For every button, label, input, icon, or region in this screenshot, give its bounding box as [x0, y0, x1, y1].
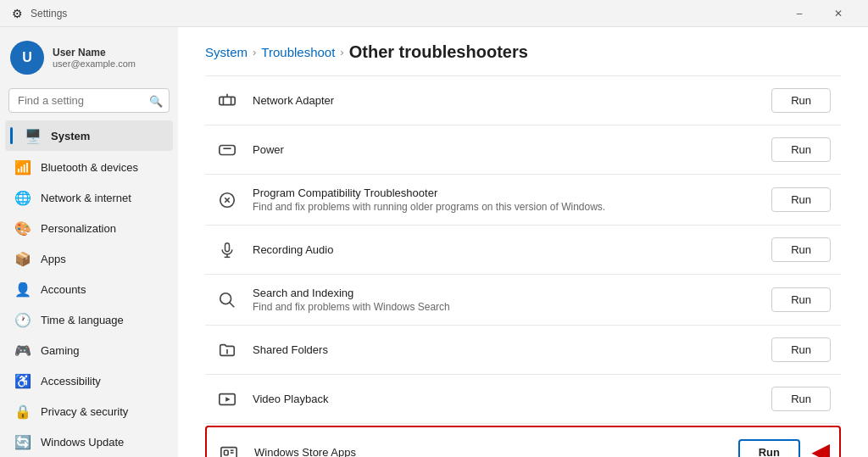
- search-input[interactable]: [8, 88, 170, 113]
- sidebar-item-gaming[interactable]: 🎮 Gaming: [5, 336, 173, 365]
- power-icon: [215, 138, 239, 162]
- power-run-button[interactable]: Run: [771, 137, 831, 162]
- sidebar-item-label: Windows Update: [41, 436, 124, 449]
- search-indexing-run-button[interactable]: Run: [771, 287, 831, 312]
- search-indexing-title: Search and Indexing: [253, 287, 758, 299]
- sidebar-item-time[interactable]: 🕐 Time & language: [5, 305, 173, 334]
- sidebar-item-label: Privacy & security: [41, 405, 128, 418]
- bluetooth-icon: 📶: [15, 159, 31, 175]
- program-compat-run-button[interactable]: Run: [771, 187, 831, 212]
- sidebar-item-bluetooth[interactable]: 📶 Bluetooth & devices: [5, 153, 173, 181]
- windows-store-apps-run-button[interactable]: Run: [738, 439, 800, 457]
- network-adapter-run-button[interactable]: Run: [771, 88, 831, 113]
- breadcrumb-troubleshoot[interactable]: Troubleshoot: [261, 45, 335, 59]
- troubleshooter-network-adapter: Network Adapter Run: [205, 75, 841, 125]
- sidebar-item-label: Gaming: [41, 344, 80, 357]
- power-text: Power: [253, 143, 758, 156]
- power-title: Power: [253, 143, 758, 156]
- breadcrumb-system[interactable]: System: [205, 45, 248, 59]
- shared-folders-text: Shared Folders: [253, 343, 758, 356]
- sidebar: U User Name user@example.com 🔍 🖥️ System…: [0, 27, 178, 457]
- windows-store-apps-title: Windows Store Apps: [254, 446, 725, 457]
- sidebar-item-apps[interactable]: 📦 Apps: [5, 244, 173, 273]
- svg-marker-14: [225, 397, 231, 402]
- video-playback-run-button[interactable]: Run: [771, 387, 831, 411]
- main-content: System › Troubleshoot › Other troublesho…: [178, 27, 868, 457]
- sidebar-item-label: Apps: [41, 253, 66, 265]
- breadcrumb-current: Other troubleshooters: [349, 42, 528, 62]
- window-controls: – ✕: [780, 0, 858, 27]
- troubleshooter-power: Power Run: [205, 125, 841, 175]
- search-indexing-text: Search and Indexing Find and fix problem…: [253, 287, 758, 313]
- titlebar-title: Settings: [31, 8, 67, 20]
- sidebar-item-personalization[interactable]: 🎨 Personalization: [5, 214, 173, 242]
- sidebar-item-label: Bluetooth & devices: [41, 161, 138, 174]
- gaming-icon: 🎮: [15, 343, 31, 358]
- time-icon: 🕐: [15, 312, 31, 327]
- profile-name: User Name: [53, 47, 136, 59]
- recording-audio-run-button[interactable]: Run: [771, 237, 831, 262]
- windows-store-apps-text: Windows Store Apps: [254, 446, 725, 457]
- red-arrow: ◀: [812, 439, 829, 457]
- video-playback-text: Video Playback: [253, 393, 758, 405]
- shared-folders-run-button[interactable]: Run: [771, 337, 831, 362]
- arrow-container: Run ◀: [738, 439, 829, 457]
- update-icon: 🔄: [15, 434, 31, 449]
- profile-section: U User Name user@example.com: [0, 34, 178, 85]
- breadcrumb-sep-1: ›: [253, 46, 256, 59]
- close-button[interactable]: ✕: [819, 0, 858, 27]
- network-adapter-text: Network Adapter: [253, 94, 758, 107]
- troubleshooter-video-playback: Video Playback Run: [205, 375, 841, 424]
- sidebar-item-update[interactable]: 🔄 Windows Update: [5, 427, 173, 456]
- avatar: U: [10, 41, 44, 75]
- program-compat-subtitle: Find and fix problems with running older…: [253, 201, 758, 213]
- sidebar-item-label: Accounts: [41, 283, 86, 296]
- sidebar-item-label: System: [51, 130, 90, 142]
- svg-rect-7: [225, 242, 230, 251]
- troubleshooter-list: Network Adapter Run Power Run: [205, 75, 841, 457]
- breadcrumb-sep-2: ›: [340, 46, 343, 59]
- profile-email: user@example.com: [53, 59, 136, 69]
- titlebar: ⚙ Settings – ✕: [0, 0, 868, 27]
- sidebar-item-system[interactable]: 🖥️ System: [5, 120, 173, 151]
- minimize-button[interactable]: –: [780, 0, 819, 27]
- sidebar-item-accounts[interactable]: 👤 Accounts: [5, 275, 173, 304]
- network-adapter-icon: [215, 89, 239, 113]
- system-icon: 🖥️: [25, 128, 41, 143]
- search-box: 🔍: [8, 88, 170, 113]
- program-compat-icon: [215, 188, 239, 212]
- video-playback-title: Video Playback: [253, 393, 758, 405]
- sidebar-item-label: Personalization: [41, 222, 116, 235]
- breadcrumb: System › Troubleshoot › Other troublesho…: [205, 27, 841, 75]
- svg-rect-4: [220, 145, 235, 154]
- shared-folders-icon: [215, 338, 239, 362]
- sidebar-item-privacy[interactable]: 🔒 Privacy & security: [5, 397, 173, 426]
- recording-audio-text: Recording Audio: [253, 243, 758, 256]
- sidebar-item-label: Network & internet: [41, 192, 131, 204]
- svg-point-10: [220, 293, 231, 304]
- shared-folders-title: Shared Folders: [253, 343, 758, 356]
- accounts-icon: 👤: [15, 281, 31, 297]
- svg-rect-15: [221, 447, 236, 457]
- accessibility-icon: ♿: [15, 373, 31, 388]
- troubleshooter-program-compat: Program Compatibility Troubleshooter Fin…: [205, 175, 841, 226]
- search-indexing-subtitle: Find and fix problems with Windows Searc…: [253, 301, 758, 313]
- svg-rect-16: [225, 450, 229, 455]
- troubleshooter-shared-folders: Shared Folders Run: [205, 326, 841, 375]
- search-icon: 🔍: [149, 94, 163, 107]
- network-adapter-title: Network Adapter: [253, 94, 758, 107]
- video-playback-icon: [215, 387, 239, 411]
- svg-rect-0: [220, 97, 235, 104]
- recording-audio-title: Recording Audio: [253, 243, 758, 256]
- troubleshooter-recording-audio: Recording Audio Run: [205, 226, 841, 275]
- recording-audio-icon: [215, 238, 239, 262]
- troubleshooter-windows-store-apps: Windows Store Apps Run ◀: [205, 426, 841, 457]
- sidebar-item-network[interactable]: 🌐 Network & internet: [5, 183, 173, 212]
- sidebar-item-label: Time & language: [41, 314, 124, 326]
- apps-icon: 📦: [15, 251, 31, 266]
- network-icon: 🌐: [15, 190, 31, 205]
- settings-icon: ⚙: [10, 7, 24, 20]
- program-compat-title: Program Compatibility Troubleshooter: [253, 187, 758, 199]
- search-indexing-icon: [215, 288, 239, 312]
- sidebar-item-accessibility[interactable]: ♿ Accessibility: [5, 366, 173, 395]
